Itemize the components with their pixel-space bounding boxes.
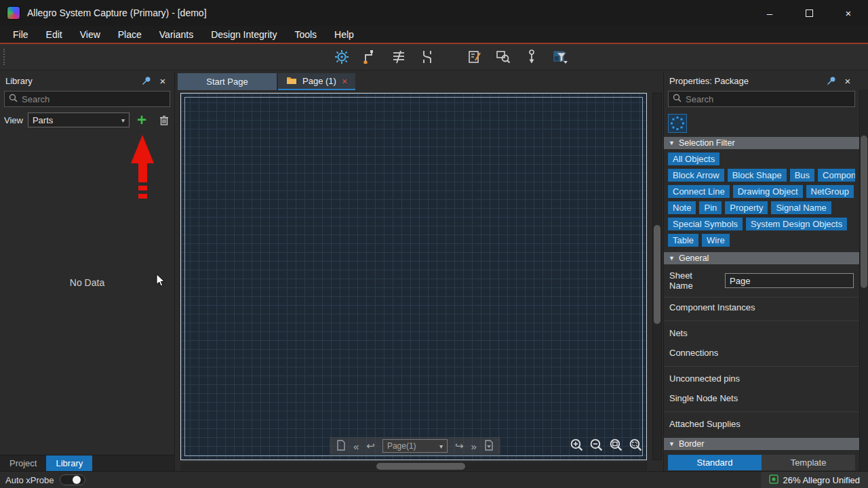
chip-row: Special Symbols System Design Objects (668, 218, 855, 230)
menu-variants[interactable]: Variants (151, 26, 202, 43)
section-general[interactable]: ▼ General (664, 252, 859, 264)
tab-page-1[interactable]: Page (1) × (278, 73, 355, 90)
zoom-fit-icon[interactable] (609, 438, 623, 455)
sheet-name-input[interactable] (725, 273, 854, 288)
sheet-name-label: Sheet Name (669, 270, 718, 291)
filter-chip[interactable]: System Design Objects (746, 218, 847, 230)
close-button[interactable]: × (829, 0, 868, 26)
zoom-in-icon[interactable] (570, 438, 584, 455)
scrollbar-thumb[interactable] (861, 136, 867, 288)
filter-chip[interactable]: Note (668, 201, 696, 214)
selection-dots-icon[interactable] (668, 114, 687, 133)
filter-chip[interactable]: NetGroup (806, 185, 854, 198)
library-panel-title: Library (5, 76, 33, 86)
selection-filter-icon[interactable] (551, 47, 570, 66)
connection-status-icon (769, 474, 778, 486)
close-icon[interactable]: × (157, 75, 169, 87)
chip-row: Connect Line Drawing Object NetGroup (668, 185, 855, 198)
menu-edit[interactable]: Edit (37, 26, 71, 43)
section-border[interactable]: ▼ Border (664, 438, 859, 450)
filter-chip[interactable]: Signal Name (771, 201, 831, 214)
zoom-selection-icon[interactable] (629, 438, 643, 455)
bus-wires-icon[interactable] (389, 47, 408, 66)
markup-note-icon[interactable] (465, 47, 484, 66)
filter-chip[interactable]: Bus (790, 169, 814, 182)
page-select[interactable]: Page(1) ▾ (382, 439, 448, 453)
filter-chip[interactable]: Pin (699, 201, 722, 214)
filter-chip[interactable]: Property (725, 201, 768, 214)
trace-wire-icon[interactable] (361, 47, 380, 66)
schematic-canvas[interactable] (180, 93, 647, 460)
search-net-icon[interactable] (494, 47, 513, 66)
trash-icon[interactable] (158, 114, 170, 126)
first-page-icon[interactable]: « (353, 441, 359, 452)
border-template-button[interactable]: Template (762, 455, 855, 470)
menu-tools[interactable]: Tools (285, 26, 326, 43)
chip-row: Table Wire (668, 234, 855, 247)
chevron-down-icon: ▾ (121, 117, 125, 124)
scrollbar-thumb[interactable] (654, 225, 660, 324)
next-page-icon[interactable]: ↪ (455, 440, 464, 452)
last-page-icon[interactable]: » (471, 441, 477, 452)
view-select[interactable]: Parts ▾ (28, 113, 130, 127)
app-logo-icon (7, 6, 20, 20)
probe-settings-icon[interactable] (332, 47, 351, 66)
menu-file[interactable]: File (4, 26, 37, 43)
page-navigation-bar: « ↩ Page(1) ▾ ↪ » (330, 437, 500, 455)
new-page-icon[interactable] (336, 440, 346, 453)
filter-chip[interactable]: Wire (702, 234, 730, 247)
border-standard-button[interactable]: Standard (668, 455, 762, 470)
menu-help[interactable]: Help (326, 26, 363, 43)
filter-chip[interactable]: Connect Line (668, 185, 730, 198)
menu-design-integrity[interactable]: Design Integrity (202, 26, 285, 43)
zoom-out-icon[interactable] (589, 438, 604, 455)
main-area: Library × View Parts ▾ + (0, 72, 868, 471)
border-buttons: Standard Template (668, 455, 855, 470)
add-library-button[interactable]: + (134, 113, 149, 127)
tab-start-page[interactable]: Start Page (178, 73, 277, 90)
tab-close-icon[interactable]: × (342, 77, 347, 86)
menu-place[interactable]: Place (109, 26, 151, 43)
view-select-value: Parts (33, 115, 53, 125)
page-select-value: Page(1) (387, 441, 416, 451)
filter-chip[interactable]: All Objects (668, 152, 719, 165)
canvas-vertical-scrollbar[interactable] (652, 93, 662, 460)
window-controls: – × (750, 0, 868, 26)
auto-xprobe-toggle[interactable] (60, 474, 85, 485)
general-row-nets: Nets (664, 321, 859, 343)
section-selection-filter[interactable]: ▼ Selection Filter (664, 137, 859, 149)
goto-page-icon[interactable] (484, 440, 494, 453)
pin-icon[interactable] (825, 75, 837, 87)
pin-icon[interactable] (140, 75, 153, 87)
chip-row: Note Pin Property Signal Name (668, 201, 855, 214)
maximize-button[interactable] (789, 0, 829, 26)
red-arrow-stem (138, 163, 147, 182)
folder-icon (286, 76, 297, 87)
previous-page-icon[interactable]: ↩ (366, 440, 375, 452)
library-search-input[interactable] (22, 94, 165, 104)
library-view-row: View Parts ▾ + (0, 110, 174, 131)
toolbar-drag-handle[interactable] (3, 49, 5, 65)
filter-chip[interactable]: Block Shape (728, 169, 787, 182)
filter-chip[interactable]: Table (668, 234, 698, 247)
filter-chip[interactable]: Drawing Object (733, 185, 803, 198)
filter-chip[interactable]: Special Symbols (668, 218, 743, 230)
library-panel-header: Library × (0, 72, 174, 89)
minimize-button[interactable]: – (750, 0, 789, 26)
probe-pin-icon[interactable] (522, 47, 541, 66)
filter-chip[interactable]: Block Arrow (668, 169, 724, 182)
filter-chip[interactable]: Compon (818, 169, 855, 182)
chip-row: All Objects (668, 152, 855, 165)
triangle-down-icon: ▼ (669, 140, 675, 146)
scrollbar-thumb[interactable] (376, 463, 465, 470)
properties-search-input[interactable] (686, 94, 850, 104)
canvas-horizontal-scrollbar[interactable] (180, 462, 647, 470)
menu-view[interactable]: View (71, 26, 109, 43)
properties-scrollbar[interactable] (859, 89, 868, 471)
tab-project[interactable]: Project (0, 455, 46, 471)
tab-library[interactable]: Library (46, 455, 92, 471)
view-label: View (4, 115, 23, 125)
swap-wire-icon[interactable] (418, 47, 437, 66)
close-icon[interactable]: × (842, 75, 854, 87)
canvas-area: Start Page Page (1) × « (175, 72, 663, 471)
